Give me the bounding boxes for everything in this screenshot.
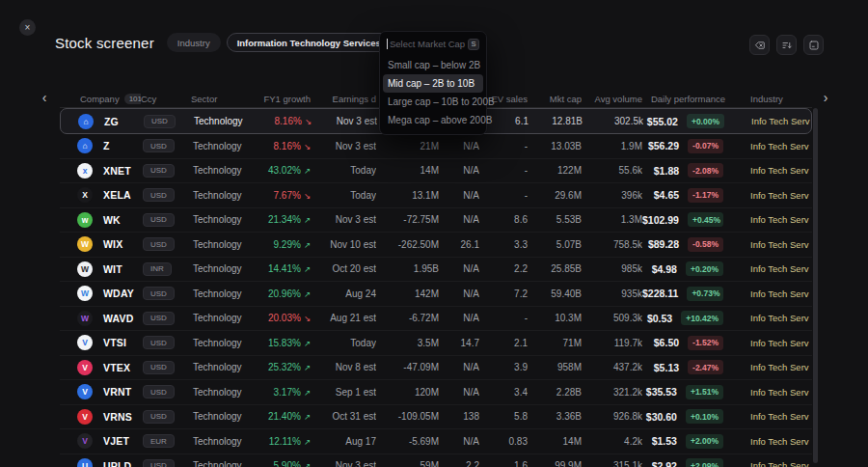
filter-pill[interactable]: Industry <box>167 33 221 52</box>
market-cap-dropdown: Select Market Cap S Small cap – below 2B… <box>379 31 487 135</box>
ev-sales-cell: - <box>479 190 528 201</box>
table-row[interactable]: VVTEXUSDTechnology25.32%↗Nov 8 est-47.09… <box>60 356 812 381</box>
currency-badge: USD <box>143 164 175 178</box>
ev-sales-cell: 3.4 <box>479 387 528 398</box>
table-row[interactable]: ⌂ZUSDTechnology8.16%↘Nov 3 est21MN/A-13.… <box>60 134 812 159</box>
last-price: $228.11 <box>642 288 678 299</box>
industry-label: Info Tech Serv <box>750 165 809 176</box>
company-logo-icon: V <box>77 360 93 375</box>
ticker-symbol: WDAY <box>103 288 134 299</box>
daily-performance-cell: $55.02+0.00% <box>643 114 751 128</box>
fy1-growth-value: 5.90%↗ <box>274 460 311 467</box>
table-row[interactable]: XXELAUSDTechnology7.67%↘Today13.1MN/A-29… <box>60 183 812 208</box>
sector-cell: Technology <box>191 460 258 467</box>
table-row[interactable]: WWITINRTechnology14.41%↗Oct 20 est1.95BN… <box>60 258 812 283</box>
last-price: $102.99 <box>642 214 679 226</box>
industry-label: Info Tech Serv <box>750 190 809 201</box>
ticker-symbol: WAVD <box>103 313 134 324</box>
earnings-date-cell: Today <box>311 165 376 176</box>
metric1-cell: 59M <box>376 460 439 467</box>
currency-cell: EUR <box>141 434 191 448</box>
sort-icon-button[interactable] <box>776 35 797 55</box>
dropdown-option[interactable]: Mega cap – above 200B <box>380 111 486 129</box>
company-logo-icon: U <box>77 458 93 467</box>
metric2-cell: N/A <box>439 362 479 372</box>
backspace-icon-button[interactable] <box>749 35 770 55</box>
table-row[interactable]: WWIXUSDTechnology9.29%↗Nov 10 est-262.50… <box>60 233 812 258</box>
ticker-symbol: UPLD <box>103 460 131 467</box>
avg-volume-cell: 321.2k <box>582 387 642 398</box>
table-row[interactable]: WWAVDUSDTechnology20.03%↘Aug 21 est-6.72… <box>60 307 812 332</box>
industry-cell: Info Tech Serv <box>750 214 812 225</box>
industry-cell: Info Tech Serv <box>750 239 812 250</box>
column-header[interactable]: Avg volume <box>582 94 642 104</box>
earnings-date-cell: Aug 24 <box>311 288 376 299</box>
last-price: $0.53 <box>647 313 672 324</box>
company-logo-icon: w <box>77 212 93 228</box>
table-row[interactable]: VVTSIUSDTechnology15.83%↗Today3.5M14.72.… <box>60 331 812 356</box>
scroll-left-chevron-icon[interactable]: ‹ <box>37 89 52 106</box>
earnings-date-cell: Nov 3 est <box>312 116 377 126</box>
scroll-right-chevron-icon[interactable]: › <box>818 89 833 106</box>
ev-sales-cell: 1.6 <box>479 460 528 467</box>
growth-percent: 8.16% <box>275 116 302 126</box>
metric2-cell: 26.1 <box>439 239 479 250</box>
currency-cell: USD <box>142 115 192 128</box>
sector-cell: Technology <box>191 288 258 299</box>
ticker-symbol: VRNT <box>103 386 131 398</box>
daily-performance-cell: $1.53+2.00% <box>642 434 750 449</box>
industry-cell: Info Tech Serv <box>750 165 812 176</box>
dropdown-option[interactable]: Mid cap – 2B to 10B <box>383 74 483 93</box>
metric2-cell: N/A <box>439 313 479 323</box>
column-header[interactable]: Industry <box>750 94 812 104</box>
market-cap-search-input[interactable]: Select Market Cap S <box>380 32 486 56</box>
column-header[interactable]: Earnings d <box>311 94 376 104</box>
text-caret <box>387 39 388 49</box>
currency-cell: USD <box>141 312 191 325</box>
trend-up-icon: ↗ <box>304 264 311 274</box>
trend-down-icon: ↘ <box>304 142 311 151</box>
dropdown-option[interactable]: Small cap – below 2B <box>380 56 486 74</box>
mkt-cap-cell: 10.3M <box>528 313 582 323</box>
feedback-icon <box>808 40 820 51</box>
table-row[interactable]: UUPLDUSDTechnology5.90%↗Nov 3 est59M2.21… <box>60 454 812 467</box>
feedback-icon-button[interactable] <box>803 35 824 55</box>
industry-label: Info Tech Serv <box>750 288 809 299</box>
table-row[interactable]: VVRNTUSDTechnology3.17%↗Sep 1 est120MN/A… <box>60 380 812 405</box>
currency-cell: USD <box>141 459 191 467</box>
ticker-symbol: WIX <box>103 238 122 250</box>
column-header[interactable]: FY1 growth <box>258 94 311 104</box>
table-row[interactable]: xXNETUSDTechnology43.02%↗Today14MN/A-122… <box>60 159 812 184</box>
column-header-company[interactable]: Company101 <box>60 94 141 104</box>
dropdown-option[interactable]: Large cap – 10B to 200B <box>380 93 486 111</box>
industry-cell: Info Tech Serv <box>750 411 812 422</box>
mkt-cap-cell: 13.03B <box>528 141 582 151</box>
last-price: $35.53 <box>646 386 677 398</box>
industry-label: Info Tech Serv <box>750 214 809 225</box>
stock-screener-window: × Stock screener IndustryInformation Tec… <box>0 0 868 467</box>
filter-pill[interactable]: Information Technology Services× <box>227 33 402 52</box>
column-header[interactable]: Daily performance <box>642 94 750 104</box>
column-header[interactable]: Mkt cap <box>528 94 582 104</box>
table-row[interactable]: WWDAYUSDTechnology20.96%↗Aug 24142MN/A7.… <box>60 282 812 307</box>
table-row[interactable]: VVRNSUSDTechnology21.40%↗Oct 31 est-109.… <box>60 405 812 430</box>
close-icon[interactable]: × <box>19 19 36 36</box>
growth-percent: 9.29% <box>274 239 301 250</box>
fy1-growth-cell: 8.16%↘ <box>258 141 311 151</box>
earnings-date-cell: Oct 20 est <box>311 263 376 274</box>
table-body: ⌂ZGUSDTechnology8.16%↘Nov 3 est6.112.81B… <box>60 108 812 467</box>
company-cell: VVJET <box>60 433 141 449</box>
vertical-scrollbar[interactable] <box>813 108 818 463</box>
last-price: $4.98 <box>652 263 677 275</box>
fy1-growth-value: 8.16%↘ <box>274 141 311 151</box>
currency-cell: INR <box>141 262 191 276</box>
currency-badge: USD <box>143 139 175 152</box>
column-header[interactable]: Sector <box>191 94 258 104</box>
table-row[interactable]: VVJETEURTechnology12.11%↗Aug 17-5.69MN/A… <box>60 429 812 454</box>
last-price: $1.53 <box>652 435 677 447</box>
table-row[interactable]: wWKUSDTechnology21.34%↗Nov 3 est-72.75MN… <box>60 208 812 234</box>
column-header[interactable]: Ccy <box>141 94 191 104</box>
company-logo-icon: V <box>77 335 93 350</box>
currency-cell: USD <box>141 287 191 300</box>
fy1-growth-cell: 43.02%↗ <box>258 165 311 176</box>
